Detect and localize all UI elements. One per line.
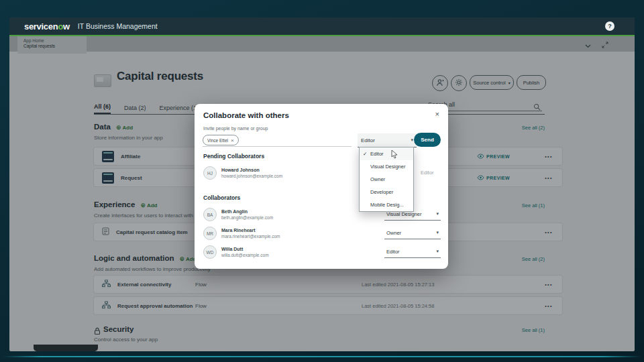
chevron-down-icon: ▾ (411, 137, 413, 143)
chip-remove-icon[interactable]: × (231, 137, 234, 143)
invite-input[interactable] (203, 146, 352, 147)
servicenow-logo: servicenow (24, 21, 70, 32)
frame-accent-line (3, 356, 641, 357)
send-button[interactable]: Send (414, 133, 441, 147)
pending-collaborators-heading: Pending Collaborators (203, 153, 264, 160)
invite-label: Invite people by name or group (203, 126, 268, 131)
collaborator-email: mara.rineheart@example.com (221, 234, 280, 239)
dropdown-option-developer[interactable]: Developer (360, 186, 413, 198)
chevron-down-icon: ▾ (436, 230, 439, 235)
collaborator-name: Willa Dutt (221, 247, 243, 251)
collaborator-role-select[interactable]: Owner ▾ (384, 227, 441, 239)
dropdown-option-visual-designer[interactable]: Visual Designer (360, 160, 413, 173)
role-dropdown-menu: ✓Editor Visual Designer Owner Developer … (359, 147, 414, 212)
dropdown-option-owner[interactable]: Owner (360, 173, 413, 186)
top-bar: servicenow IT Business Management (9, 17, 635, 35)
avatar: MR (203, 227, 217, 240)
avatar: HJ (203, 166, 217, 180)
modal-title: Collaborate with others (203, 111, 289, 119)
collaborator-email: willa.dutt@example.com (221, 253, 269, 257)
collaborators-heading: Collaborators (203, 194, 240, 201)
pending-email: howard.johnson@example.com (221, 174, 282, 178)
chevron-down-icon: ▾ (436, 211, 439, 217)
invitee-chip[interactable]: Vince Ettel × (203, 135, 239, 145)
collaborator-name: Mara Rineheart (221, 228, 256, 233)
avatar: WD (203, 245, 217, 259)
collaborator-name: Beth Anglin (221, 209, 248, 214)
help-icon: ? (608, 23, 612, 29)
screen: servicenow IT Business Management ? App … (0, 0, 644, 362)
dropdown-option-mobile-designer[interactable]: Mobile Desig... (360, 198, 413, 211)
invite-role-select[interactable]: Editor ▾ (358, 133, 417, 147)
collaborate-modal: Collaborate with others × Invite people … (195, 104, 448, 269)
collaborator-email: beth.anglin@example.com (221, 215, 273, 220)
collaborator-role-select[interactable]: Editor ▾ (384, 245, 441, 258)
help-button[interactable]: ? (605, 21, 614, 31)
modal-close-button[interactable]: × (435, 110, 439, 118)
dropdown-option-editor[interactable]: ✓Editor (360, 147, 413, 160)
chevron-down-icon: ▾ (436, 249, 439, 254)
pending-role: Editor (421, 170, 434, 176)
product-name: IT Business Management (78, 22, 158, 30)
pending-name: Howard Johnson (221, 168, 260, 172)
check-icon: ✓ (363, 151, 367, 157)
avatar: BA (203, 208, 217, 221)
mouse-cursor (391, 149, 398, 162)
